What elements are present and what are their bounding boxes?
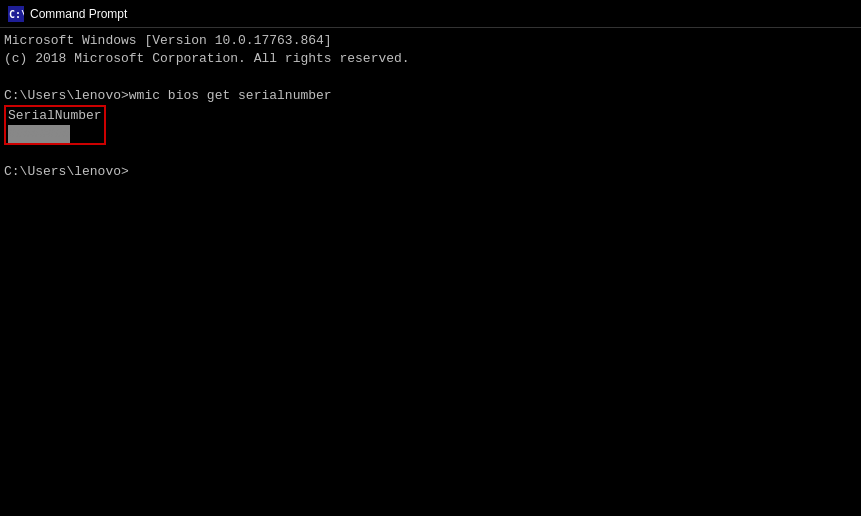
empty-line-2 — [4, 145, 857, 163]
serial-number-label: SerialNumber — [8, 108, 102, 123]
serial-number-output: SerialNumber ######## — [4, 105, 857, 145]
svg-text:C:\: C:\ — [9, 9, 24, 20]
wmic-command-line: C:\Users\lenovo>wmic bios get serialnumb… — [4, 87, 857, 105]
title-bar-label: Command Prompt — [30, 7, 127, 21]
prompt-line: C:\Users\lenovo> — [4, 163, 857, 181]
copyright-line: (c) 2018 Microsoft Corporation. All righ… — [4, 50, 857, 68]
serial-number-highlight-box: SerialNumber ######## — [4, 105, 106, 145]
terminal-body[interactable]: Microsoft Windows [Version 10.0.17763.86… — [0, 28, 861, 516]
windows-version-line: Microsoft Windows [Version 10.0.17763.86… — [4, 32, 857, 50]
serial-number-value: ######## — [8, 125, 70, 143]
empty-line-1 — [4, 68, 857, 86]
cmd-icon: C:\ — [8, 6, 24, 22]
title-bar: C:\ Command Prompt — [0, 0, 861, 28]
